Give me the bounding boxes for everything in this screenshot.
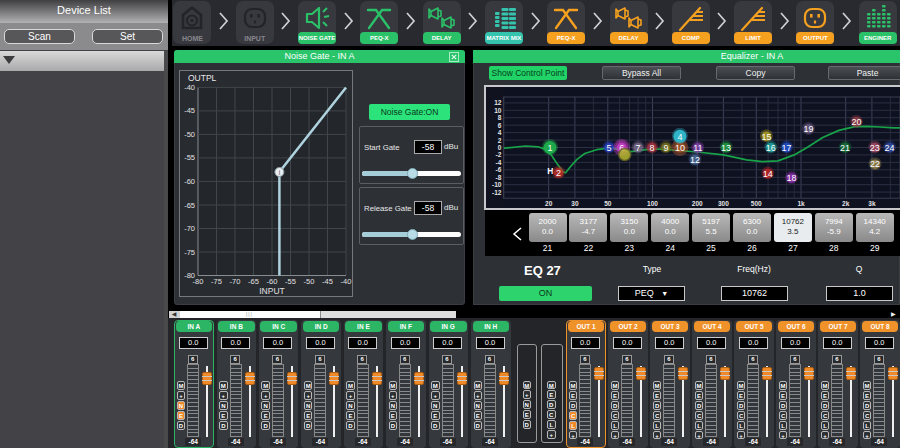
svg-text:-65: -65 [248,277,259,286]
svg-text:500: 500 [751,200,762,207]
svg-text:21: 21 [840,143,850,153]
svg-text:6: 6 [498,122,502,129]
svg-text:13: 13 [721,143,731,153]
svg-text:10: 10 [494,107,502,114]
svg-text:-50: -50 [184,130,195,139]
svg-text:3k: 3k [868,200,876,207]
svg-text:23: 23 [870,143,880,153]
svg-text:100: 100 [647,200,658,207]
svg-text:OUTPL: OUTPL [188,73,217,83]
svg-text:i: i [279,169,280,176]
svg-text:20: 20 [851,117,861,127]
svg-text:-65: -65 [184,201,195,210]
svg-text:7: 7 [636,143,641,153]
svg-text:-8: -8 [496,174,502,181]
svg-text:-40: -40 [184,83,195,92]
svg-text:16: 16 [766,143,776,153]
svg-text:17: 17 [782,143,792,153]
svg-text:-80: -80 [193,277,204,286]
svg-text:-60: -60 [184,177,195,186]
svg-text:50: 50 [604,200,612,207]
svg-text:-75: -75 [211,277,222,286]
svg-text:24: 24 [885,143,895,153]
svg-text:-70: -70 [230,277,241,286]
svg-text:-45: -45 [322,277,333,286]
svg-text:-6: -6 [496,166,502,173]
svg-text:2k: 2k [842,200,850,207]
svg-text:30: 30 [571,200,579,207]
svg-text:1k: 1k [797,200,805,207]
svg-text:-50: -50 [304,277,315,286]
svg-text:12: 12 [494,99,502,106]
svg-text:-4: -4 [496,159,502,166]
svg-text:-10: -10 [492,181,502,188]
svg-text:INPUT: INPUT [259,286,285,296]
svg-text:4: 4 [677,132,682,142]
svg-text:-75: -75 [184,248,195,257]
svg-text:20: 20 [545,200,553,207]
svg-text:5: 5 [607,143,612,153]
svg-text:-70: -70 [184,224,195,233]
svg-text:300: 300 [718,200,729,207]
svg-text:8: 8 [498,114,502,121]
svg-text:-45: -45 [184,106,195,115]
svg-text:18: 18 [786,173,796,183]
svg-text:19: 19 [803,124,813,134]
svg-text:-40: -40 [341,277,352,286]
svg-text:2: 2 [498,137,502,144]
svg-text:9: 9 [663,143,668,153]
svg-text:-12: -12 [492,189,502,196]
svg-text:12: 12 [690,155,700,165]
svg-text:15: 15 [761,132,771,142]
svg-text:4: 4 [498,129,502,136]
svg-text:-60: -60 [267,277,278,286]
svg-text:10: 10 [675,143,685,153]
svg-text:22: 22 [870,159,880,169]
svg-text:8: 8 [649,143,654,153]
svg-text:200: 200 [692,200,703,207]
svg-text:-55: -55 [285,277,296,286]
svg-text:11: 11 [693,143,702,153]
svg-text:14: 14 [763,169,773,179]
svg-text:1: 1 [547,143,552,153]
svg-text:0: 0 [498,144,502,151]
svg-text:2: 2 [556,168,561,178]
svg-text:-2: -2 [496,151,502,158]
svg-text:-55: -55 [184,153,195,162]
